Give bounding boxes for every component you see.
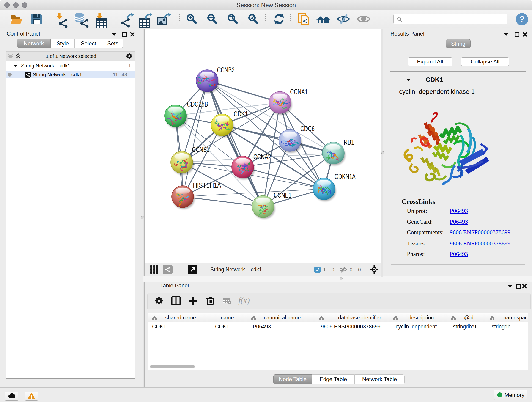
svg-text:CCNA2: CCNA2 [253, 153, 271, 161]
svg-text:CDKN1A: CDKN1A [335, 172, 355, 181]
svg-text:CDC6: CDC6 [300, 125, 315, 133]
svg-text:CCNB2: CCNB2 [217, 66, 234, 74]
svg-text:HIST1H1A: HIST1H1A [193, 181, 221, 189]
svg-text:RB1: RB1 [344, 138, 354, 146]
svg-text:CCNB1: CCNB1 [192, 146, 210, 153]
svg-text:CDK1: CDK1 [234, 110, 248, 118]
svg-text:CDC25B: CDC25B [187, 100, 208, 108]
svg-text:CCNA1: CCNA1 [290, 88, 308, 96]
svg-text:CCNE1: CCNE1 [274, 191, 291, 199]
